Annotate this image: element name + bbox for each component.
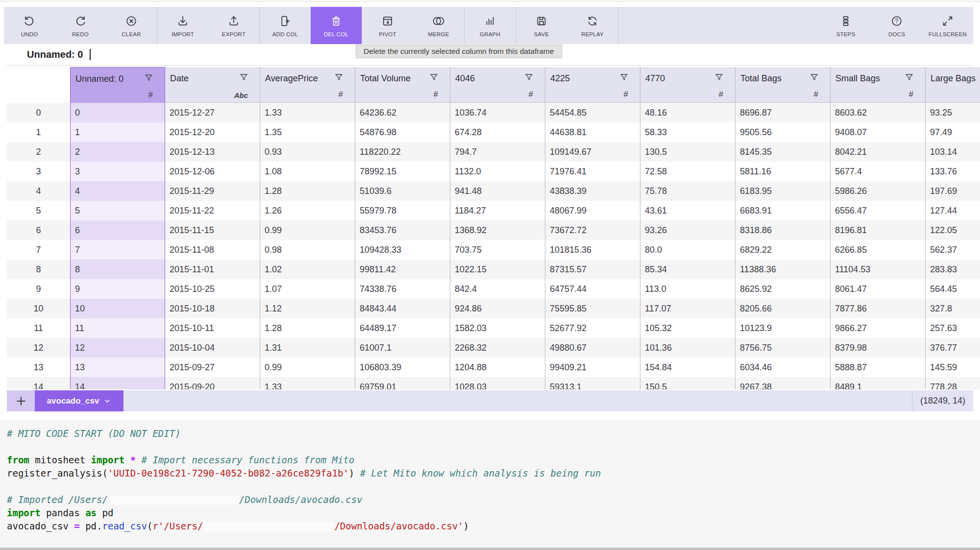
sheet-tab-avocado-csv[interactable]: avocado_csv [35, 390, 123, 411]
cell[interactable]: 0.99 [260, 220, 355, 240]
cell[interactable]: 54876.98 [355, 122, 450, 142]
cell[interactable]: 2015-10-18 [165, 299, 260, 318]
cell[interactable]: 154.84 [640, 358, 735, 377]
cell[interactable]: 93.26 [640, 220, 735, 240]
cell[interactable]: 5811.16 [735, 162, 831, 181]
cell[interactable]: 283.83 [926, 260, 980, 279]
cell[interactable]: 10123.9 [735, 318, 831, 338]
cell[interactable]: 778.28 [926, 377, 980, 389]
column-header-4770[interactable]: 4770# [640, 67, 735, 103]
cell[interactable]: 118220.22 [355, 142, 450, 162]
cell[interactable]: 9505.56 [735, 122, 831, 142]
column-header-large-bags[interactable]: Large Bags# [926, 67, 980, 103]
cell[interactable]: 55979.78 [355, 201, 450, 220]
column-header-date[interactable]: DateAbc [165, 67, 260, 103]
cell[interactable]: 1.12 [260, 299, 355, 318]
cell[interactable]: 2015-11-22 [165, 201, 260, 220]
cell[interactable]: 61007.1 [355, 338, 450, 358]
cell[interactable]: 12 [70, 338, 165, 358]
cell[interactable]: 8489.1 [831, 377, 926, 389]
redo-button[interactable]: REDO [55, 7, 106, 44]
cell[interactable]: 197.69 [926, 181, 980, 201]
cell[interactable]: 145.59 [926, 358, 980, 377]
cell[interactable]: 6829.22 [735, 240, 831, 260]
cell[interactable]: 8196.81 [831, 220, 926, 240]
cell[interactable]: 7 [70, 240, 165, 260]
cell[interactable]: 2 [70, 142, 165, 162]
cell[interactable]: 2015-09-27 [165, 358, 260, 377]
cell[interactable]: 703.75 [450, 240, 545, 260]
filter-button[interactable] [334, 72, 344, 85]
cell[interactable]: 0.99 [260, 358, 355, 377]
filter-button[interactable] [239, 72, 249, 85]
cell[interactable]: 6683.91 [735, 201, 831, 220]
column-header-averageprice[interactable]: AveragePrice# [260, 67, 355, 103]
cell[interactable]: 376.77 [926, 338, 980, 358]
replay-button[interactable]: REPLAY [567, 7, 618, 44]
cell[interactable]: 117.07 [640, 299, 735, 318]
del-col-button[interactable]: DEL COL [311, 7, 362, 44]
cell[interactable]: 2015-09-20 [165, 377, 260, 389]
cell[interactable]: 8205.66 [735, 299, 831, 318]
cell[interactable]: 122.05 [926, 220, 980, 240]
cell[interactable]: 44638.81 [545, 122, 640, 142]
cell[interactable]: 75.78 [640, 181, 735, 201]
column-header-4046[interactable]: 4046# [450, 67, 545, 103]
clear-button[interactable]: CLEAR [106, 7, 157, 44]
cell[interactable]: 674.28 [450, 122, 545, 142]
column-header-4225[interactable]: 4225# [545, 67, 640, 103]
cell[interactable]: 3 [70, 162, 165, 181]
cell[interactable]: 6556.47 [831, 201, 926, 220]
cell[interactable]: 794.7 [450, 142, 545, 162]
cell[interactable]: 109428.33 [355, 240, 450, 260]
cell[interactable]: 1368.92 [450, 220, 545, 240]
cell[interactable]: 941.48 [450, 181, 545, 201]
cell[interactable]: 51039.6 [355, 181, 450, 201]
cell[interactable]: 11388.36 [735, 260, 831, 279]
cell[interactable]: 8756.75 [735, 338, 831, 358]
cell[interactable]: 2015-10-25 [165, 279, 260, 299]
cell[interactable]: 8603.62 [831, 103, 926, 122]
cell[interactable]: 113.0 [640, 279, 735, 299]
cell[interactable]: 8379.98 [831, 338, 926, 358]
cell[interactable]: 2015-10-11 [165, 318, 260, 338]
cell[interactable]: 74338.76 [355, 279, 450, 299]
cell[interactable]: 72.58 [640, 162, 735, 181]
column-dtype-icon[interactable]: # [339, 90, 343, 99]
cell[interactable]: 150.5 [640, 377, 735, 389]
filter-button[interactable] [904, 72, 914, 85]
filter-button[interactable] [429, 72, 439, 85]
cell[interactable]: 101815.36 [545, 240, 640, 260]
column-dtype-icon[interactable]: # [719, 90, 723, 99]
save-button[interactable]: SAVE [516, 7, 567, 44]
cell[interactable]: 1.35 [260, 122, 355, 142]
cell[interactable]: 43838.39 [545, 181, 640, 201]
cell[interactable]: 105.32 [640, 318, 735, 338]
cell[interactable]: 1582.03 [450, 318, 545, 338]
column-dtype-icon[interactable]: # [909, 90, 913, 99]
cell[interactable]: 11104.53 [831, 260, 926, 279]
cell[interactable]: 64236.62 [355, 103, 450, 122]
cell[interactable]: 8061.47 [831, 279, 926, 299]
cell[interactable]: 1.28 [260, 318, 355, 338]
cell[interactable]: 14 [70, 377, 165, 389]
cell[interactable]: 924.86 [450, 299, 545, 318]
cell[interactable]: 8 [70, 260, 165, 279]
cell[interactable]: 80.0 [640, 240, 735, 260]
cell[interactable]: 73672.72 [545, 220, 640, 240]
cell[interactable]: 52677.92 [545, 318, 640, 338]
cell[interactable]: 842.4 [450, 279, 545, 299]
cell[interactable]: 103.14 [926, 142, 980, 162]
column-dtype-icon[interactable]: Abc [234, 91, 248, 99]
cell[interactable]: 58.33 [640, 122, 735, 142]
filter-button[interactable] [144, 73, 154, 85]
cell[interactable]: 84843.44 [355, 299, 450, 318]
cell[interactable]: 85.34 [640, 260, 735, 279]
cell[interactable]: 5986.26 [831, 181, 926, 201]
cell[interactable]: 0 [70, 103, 165, 122]
cell[interactable]: 1.33 [260, 103, 355, 122]
cell[interactable]: 1036.74 [450, 103, 545, 122]
cell[interactable]: 2015-11-29 [165, 181, 260, 201]
cell[interactable]: 9 [70, 279, 165, 299]
cell[interactable]: 1.31 [260, 338, 355, 358]
